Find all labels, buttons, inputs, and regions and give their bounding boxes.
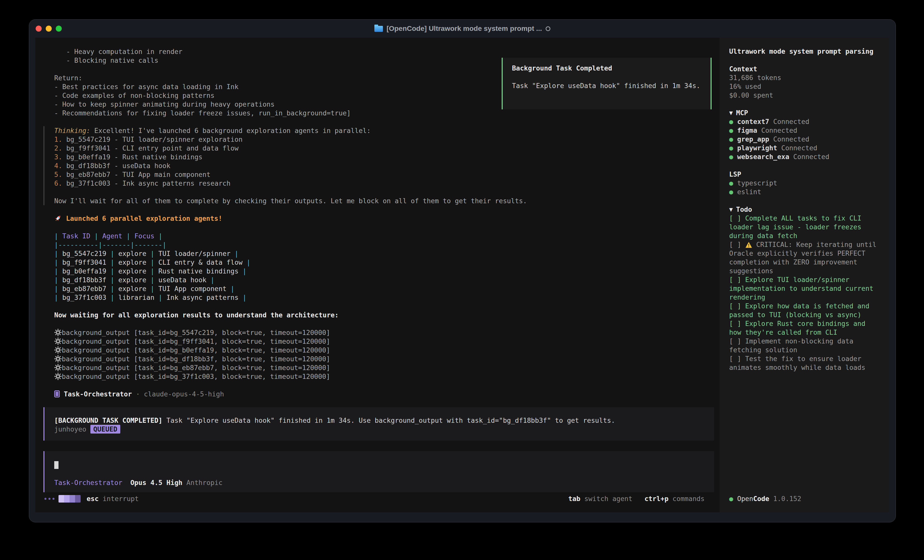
todo-item: [ ] Explore Rust core bindings and how t… [729, 319, 881, 337]
orchestrator-icon [54, 391, 60, 397]
terminal-line [44, 381, 714, 390]
terminal-line: | bg_eb87ebb7 | explore | TUI App compon… [44, 284, 714, 293]
spinner-dot [45, 498, 46, 500]
terminal-line: Task-Orchestrator Opus 4.5 High Anthropi… [45, 478, 714, 487]
mcp-item-grep_app: ● grep_app Connected [729, 135, 881, 144]
rocket-icon [54, 214, 62, 222]
terminal-line [45, 461, 714, 469]
app-window: [OpenCode] Ultrawork mode system prompt … [29, 19, 896, 523]
prompt-input[interactable]: Task-Orchestrator Opus 4.5 High Anthropi… [44, 451, 714, 492]
terminal-line: Thinking: Excellent! I've launched 6 bac… [45, 126, 714, 135]
context-stat: 31,686 tokens [729, 73, 881, 82]
terminal-line: Now I'll wait for all of them to complet… [45, 196, 714, 205]
terminal-line: background_output [task_id=bg_df18bb3f, … [44, 355, 714, 363]
ctrlp-action-label: commands [672, 494, 705, 503]
todo-section-header[interactable]: ▼Todo [729, 205, 881, 214]
background-task-message: [BACKGROUND TASK COMPLETED] Task "Explor… [44, 407, 714, 440]
text-cursor [54, 461, 58, 469]
mcp-item-context7: ● context7 Connected [729, 117, 881, 126]
folder-icon [374, 26, 383, 32]
terminal-line: Launched 6 parallel exploration agents! [44, 214, 714, 223]
terminal-line: |----------|-------|-------| [44, 240, 714, 249]
terminal-line [44, 302, 714, 311]
gear-icon [54, 373, 62, 380]
context-stat: 16% used [729, 82, 881, 91]
mcp-item-websearch_exa: ● websearch_exa Connected [729, 152, 881, 161]
todo-item: [ ] Complete ALL tasks to fix CLI loader… [729, 214, 881, 240]
app-version: ● OpenCode 1.0.152 [729, 494, 801, 503]
terminal-line: | bg_df18bb3f | explore | useData hook | [44, 276, 714, 284]
terminal-block: Launched 6 parallel exploration agents!|… [44, 205, 714, 407]
context-stat: $0.00 spent [729, 91, 881, 100]
terminal-line [44, 223, 714, 232]
terminal-line: junhoyeo QUEUED [45, 425, 714, 434]
terminal-line: | bg_f9ff3041 | explore | CLI entry & da… [44, 258, 714, 267]
terminal-line [44, 319, 714, 328]
terminal-line: background_output [task_id=bg_37f1c003, … [44, 372, 714, 381]
terminal-line: background_output [task_id=bg_5547c219, … [44, 328, 714, 337]
todo-item: [ ] Implement non-blocking data fetching… [729, 337, 881, 354]
terminal-line: 3. bg_b0effa19 - Rust native bindings [45, 153, 714, 161]
mcp-item-figma: ● figma Connected [729, 126, 881, 135]
terminal-line: | bg_5547c219 | explore | TUI loader/spi… [44, 249, 714, 258]
terminal-line: background_output [task_id=bg_eb87ebb7, … [44, 363, 714, 372]
sidebar: Ultrawork mode system prompt parsingCont… [720, 37, 889, 512]
terminal-line [44, 117, 714, 126]
lsp-item-eslint: ● eslint [729, 187, 881, 196]
terminal-line: 1. bg_5547c219 - TUI loader/spinner expl… [45, 135, 714, 144]
progress-gradient [58, 495, 81, 503]
tab-action-label: switch agent [584, 494, 632, 503]
esc-action-label: interrupt [103, 494, 139, 503]
gear-icon [54, 364, 62, 371]
queued-badge: QUEUED [90, 425, 120, 434]
tab-key-hint: tab [568, 494, 580, 503]
window-title-text: [OpenCode] Ultrawork mode system prompt … [386, 25, 542, 33]
terminal-line: | bg_b0effa19 | explore | Rust native bi… [44, 267, 714, 276]
terminal-line [44, 205, 714, 214]
terminal-line: | Task ID | Agent | Focus | [44, 232, 714, 240]
terminal-line: background_output [task_id=bg_f9ff3041, … [44, 337, 714, 346]
lsp-item-typescript: ● typescript [729, 179, 881, 187]
terminal-line [45, 469, 714, 478]
mcp-item-playwright: ● playwright Connected [729, 144, 881, 152]
terminal-block: Thinking: Excellent! I've launched 6 bac… [44, 126, 714, 205]
notification-toast[interactable]: Background Task Completed Task "Explore … [502, 58, 712, 109]
ctrlp-key-hint: ctrl+p [645, 494, 669, 503]
terminal-line [44, 398, 714, 407]
terminal-pane[interactable]: - Heavy computation in render - Blocking… [35, 37, 720, 512]
gear-icon [54, 337, 62, 345]
progress-circle-icon [546, 26, 550, 31]
todo-item: [ ] Explore TUI loader/spinner implement… [729, 275, 881, 302]
terminal-line: Task-Orchestrator · claude-opus-4-5-high [44, 390, 714, 398]
gear-icon [54, 346, 62, 354]
terminal-line: background_output [task_id=bg_b0effa19, … [44, 346, 714, 355]
spinner-dot [48, 498, 51, 500]
terminal-line: 6. bg_37f1c003 - Ink async patterns rese… [45, 179, 714, 188]
lsp-header: LSP [729, 170, 881, 179]
window-title: [OpenCode] Ultrawork mode system prompt … [29, 19, 896, 37]
terminal-line [45, 188, 714, 196]
terminal-line: - Heavy computation in render [44, 47, 714, 56]
terminal-line: | bg_37f1c003 | librarian | Ink async pa… [44, 293, 714, 302]
terminal-line: 4. bg_df18bb3f - useData hook [45, 161, 714, 170]
terminal-line: - Recommendations for fixing loader free… [44, 109, 714, 117]
status-bar: esc interrupt tab switch agent ctrl+p co… [45, 494, 705, 503]
todo-item: [ ] Explore how data is fetched and pass… [729, 302, 881, 319]
gear-icon [54, 329, 62, 337]
notification-title: Background Task Completed [512, 64, 711, 72]
todo-item: [ ] CRITICAL: Keep iterating until Oracl… [729, 240, 881, 275]
notification-body: Task "Explore useData hook" finished in … [512, 81, 711, 90]
sidebar-title: Ultrawork mode system prompt parsing [729, 47, 881, 56]
terminal-line: [BACKGROUND TASK COMPLETED] Task "Explor… [45, 416, 714, 425]
esc-key-hint: esc [87, 494, 99, 503]
todo-item: [ ] Test the fix to ensure loader animat… [729, 354, 881, 372]
context-header: Context [729, 64, 881, 73]
spinner-dot [52, 498, 54, 500]
terminal-line: Now waiting for all exploration results … [44, 311, 714, 319]
title-bar: [OpenCode] Ultrawork mode system prompt … [29, 19, 896, 37]
terminal-line: 5. bg_eb87ebb7 - TUI App main component [45, 170, 714, 179]
terminal-line: 2. bg_f9ff3041 - CLI entry point and dat… [45, 144, 714, 153]
mcp-section-header[interactable]: ▼MCP [729, 108, 881, 117]
gear-icon [54, 355, 62, 363]
